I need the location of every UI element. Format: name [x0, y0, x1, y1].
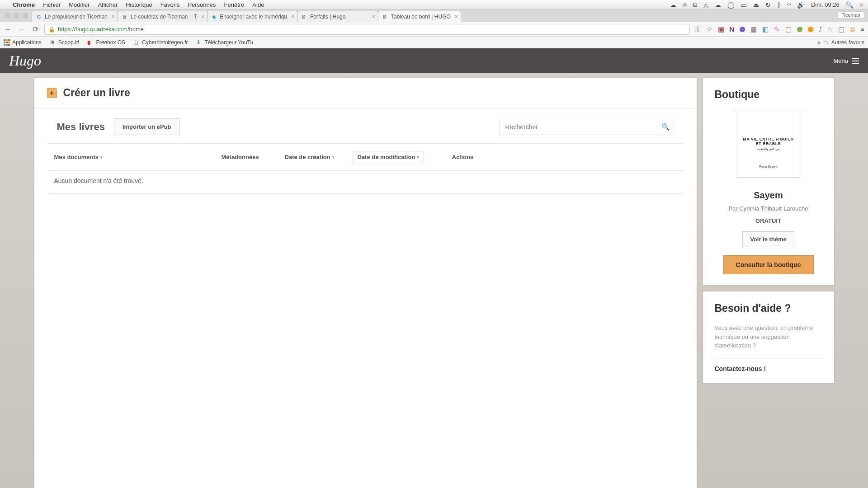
chrome-toolbar: ← → ⟳ 🔒 https://hugo.quadreka.com/home ⚿… [0, 22, 868, 37]
window-zoom-icon[interactable] [23, 13, 28, 19]
bookmark-item[interactable]: ⬮Freebox OS [87, 39, 125, 46]
view-theme-button[interactable]: Voir le thème [742, 231, 794, 247]
ext-photo-icon[interactable]: ◧ [762, 25, 769, 33]
mac-menu-people[interactable]: Personnes [188, 1, 216, 8]
nav-forward-icon[interactable]: → [17, 25, 26, 33]
search-button[interactable]: 🔍 [658, 119, 674, 135]
mac-menu-bookmarks[interactable]: Favoris [160, 1, 180, 8]
favicon-icon: G [36, 14, 42, 20]
create-book-bar[interactable]: + Créer un livre [34, 78, 697, 108]
search-input[interactable] [500, 119, 658, 135]
ext-rss-icon[interactable]: ⧉ [850, 25, 855, 33]
window-close-icon[interactable] [5, 13, 10, 19]
mac-menu-file[interactable]: Fichier [43, 1, 61, 8]
ext-camera-icon[interactable]: ▣ [718, 25, 724, 33]
ext-pencil-icon[interactable]: ✎ [774, 25, 780, 33]
bookmark-overflow-icon[interactable]: » [817, 39, 821, 46]
tab-close-icon[interactable]: × [291, 14, 294, 20]
column-label: Métadonnées [222, 154, 259, 160]
ext-dot-green-icon[interactable] [797, 27, 802, 32]
app-menu-button[interactable]: Menu [833, 57, 859, 64]
column-header-documents[interactable]: Mes documents ▾ [54, 154, 222, 160]
chrome-menu-icon[interactable]: ≡ [860, 25, 864, 33]
ext-dot-orange-icon[interactable] [808, 27, 813, 32]
mac-menubar: Chrome Fichier Modifier Afficher Histori… [0, 0, 868, 10]
ext-n-icon[interactable]: N [828, 25, 833, 33]
bookmark-star-icon[interactable]: ☆ [707, 25, 712, 33]
ext-grid-icon[interactable]: ▦ [750, 25, 757, 33]
mac-menu-edit[interactable]: Modifier [69, 1, 90, 8]
tab-close-icon[interactable]: × [372, 14, 375, 20]
status-bluetooth-icon[interactable]: ᛒ [777, 1, 781, 9]
status-wifi-icon[interactable]: ⌔ [787, 1, 791, 9]
bookmark-label: Applications [12, 39, 42, 46]
ext-send-icon[interactable]: ⤴ [819, 25, 822, 33]
bookmark-apps[interactable]: Applications [4, 39, 42, 46]
column-header-modified[interactable]: Date de modification ▾ [353, 151, 439, 163]
ext-key-icon[interactable]: ⚿ [694, 25, 701, 33]
mac-app-name[interactable]: Chrome [13, 1, 35, 8]
browser-tab[interactable]: 🗎 Forfaits | Hugo × [297, 11, 378, 22]
status-clock[interactable]: Dim. 09:26 [811, 1, 840, 8]
plus-icon: + [47, 88, 57, 98]
status-eject-icon[interactable]: ⏏ [753, 1, 759, 9]
bookmark-item[interactable]: ⬇Téléchargeur YouTu [196, 39, 254, 46]
chevron-down-icon: ▾ [417, 155, 419, 160]
apps-grid-icon [4, 39, 10, 46]
cover-author: Rana Sayem [759, 165, 777, 168]
chrome-profile-chip[interactable]: Ticeman [837, 11, 864, 19]
ext-onenote-icon[interactable]: N [730, 25, 735, 33]
status-cloud-icon[interactable]: ☁ [670, 1, 676, 9]
menu-label: Menu [833, 57, 848, 64]
tab-close-icon[interactable]: × [201, 14, 204, 20]
ext-dot-icon[interactable] [740, 27, 745, 32]
column-label: Date de création [285, 154, 330, 160]
nav-reload-icon[interactable]: ⟳ [31, 25, 40, 33]
status-dropbox-icon[interactable]: ⧉ [693, 1, 697, 9]
ext-box-icon[interactable]: ▢ [838, 25, 844, 33]
notification-center-icon[interactable]: ≡ [860, 1, 863, 9]
book-cover[interactable]: MA VIE ENTRE FIGUIER ET ÉRABLE بين التين… [737, 110, 800, 178]
spotlight-icon[interactable]: 🔍 [846, 1, 854, 9]
bookmark-favicon-icon: ⬇ [196, 39, 203, 46]
status-display-icon[interactable]: ⎚ [683, 1, 686, 9]
tab-close-icon[interactable]: × [112, 14, 115, 20]
status-volume-icon[interactable]: 🔊 [797, 1, 805, 9]
mac-menu-history[interactable]: Historique [126, 1, 152, 8]
column-header-created[interactable]: Date de création ▾ [285, 154, 353, 160]
mac-menu-window[interactable]: Fenêtre [224, 1, 245, 8]
window-minimize-icon[interactable] [14, 13, 19, 19]
bookmark-item[interactable]: ◫Cyberhistoiregeo.fr [133, 39, 188, 46]
cover-subtitle: بين التين والقيقب [757, 147, 780, 151]
mac-menu-help[interactable]: Aide [252, 1, 264, 8]
status-timemachine-icon[interactable]: ↻ [765, 1, 771, 9]
window-controls[interactable] [5, 13, 28, 19]
status-drive-icon[interactable]: ◬ [703, 1, 708, 9]
books-heading: Mes livres [57, 121, 105, 133]
browser-tab[interactable]: ◉ Enseigner avec le numériqu × [207, 11, 297, 22]
other-bookmarks[interactable]: Autres favoris [831, 39, 864, 46]
ext-square-icon[interactable]: ▢ [785, 25, 792, 33]
app-logo[interactable]: Hugo [9, 52, 41, 69]
status-sync-icon[interactable]: ☁ [715, 1, 721, 9]
browser-tab-active[interactable]: 🗎 Tableau de bord | HUGO × [378, 11, 461, 22]
contact-us-link[interactable]: Contactez-nous ! [715, 358, 822, 372]
status-airplay-icon[interactable]: ▭ [741, 1, 747, 9]
url-bar[interactable]: 🔒 https://hugo.quadreka.com/home [44, 24, 690, 35]
bookmark-item[interactable]: 🗎Scoop.it! [50, 39, 80, 46]
tab-close-icon[interactable]: × [455, 14, 458, 20]
status-circle-icon[interactable]: ◯ [727, 1, 735, 9]
bookmark-label: Cyberhistoiregeo.fr [142, 39, 188, 46]
nav-back-icon[interactable]: ← [4, 25, 13, 33]
visit-shop-button[interactable]: Consulter la boutique [723, 255, 814, 274]
tab-label: Le propulseur de Ticeman [45, 14, 108, 20]
browser-tab[interactable]: 🗎 Le coutelas de Ticeman – T × [118, 11, 208, 22]
browser-tab[interactable]: G Le propulseur de Ticeman × [32, 11, 118, 22]
mac-menu-view[interactable]: Afficher [98, 1, 118, 8]
import-epub-button[interactable]: Importer un ePub [114, 118, 180, 135]
bookmark-favicon-icon: ◫ [133, 39, 140, 46]
lock-icon: 🔒 [48, 26, 55, 33]
favicon-icon: 🗎 [382, 14, 388, 20]
bookmark-label: Téléchargeur YouTu [205, 39, 254, 46]
help-heading: Besoin d'aide ? [715, 302, 822, 314]
